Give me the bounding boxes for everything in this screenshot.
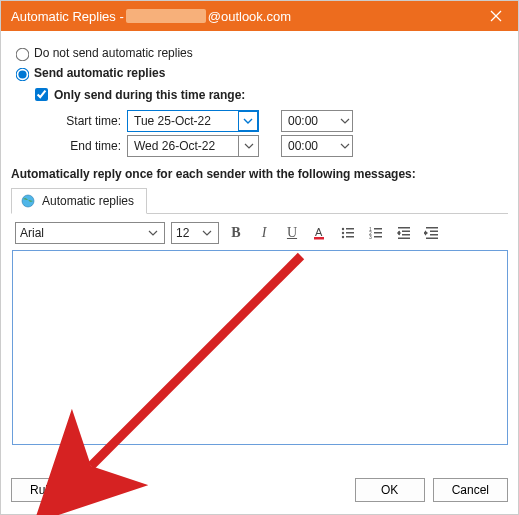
message-instruction-label: Automatically reply once for each sender… [11, 167, 508, 181]
svg-rect-17 [374, 236, 382, 238]
svg-rect-24 [430, 231, 438, 233]
radio-do-not-send[interactable]: Do not send automatic replies [11, 45, 508, 61]
svg-point-8 [342, 232, 344, 234]
chevron-down-icon [244, 141, 254, 151]
font-family-value: Arial [20, 226, 146, 240]
chevron-down-icon [202, 228, 212, 238]
svg-rect-20 [402, 234, 410, 236]
underline-button[interactable]: U [281, 222, 303, 244]
time-range-grid: Start time: Tue 25-Oct-22 00:00 End time… [41, 110, 508, 157]
checkbox-only-send-range-input[interactable] [35, 88, 48, 101]
message-editor[interactable] [12, 250, 508, 445]
bold-button[interactable]: B [225, 222, 247, 244]
rules-button[interactable]: Rules... [11, 478, 90, 502]
font-size-select[interactable]: 12 [171, 222, 219, 244]
svg-rect-15 [374, 232, 382, 234]
font-size-value: 12 [176, 226, 200, 240]
chevron-down-icon [340, 116, 350, 126]
title-prefix: Automatic Replies - [11, 9, 124, 24]
end-time-dropdown-button[interactable] [338, 136, 352, 156]
increase-indent-button[interactable] [421, 222, 443, 244]
end-time-value: 00:00 [282, 139, 338, 153]
decrease-indent-icon [396, 225, 412, 241]
decrease-indent-button[interactable] [393, 222, 415, 244]
chevron-down-icon [340, 141, 350, 151]
close-button[interactable] [473, 1, 518, 31]
font-family-dropdown-button[interactable] [146, 223, 160, 243]
end-date-dropdown-button[interactable] [238, 136, 258, 156]
radio-do-not-send-input[interactable] [16, 48, 30, 62]
cancel-button[interactable]: Cancel [433, 478, 508, 502]
svg-text:A: A [315, 226, 323, 238]
numbered-list-button[interactable]: 123 [365, 222, 387, 244]
svg-rect-11 [346, 236, 354, 238]
start-time-value: 00:00 [282, 114, 338, 128]
end-time-picker[interactable]: 00:00 [281, 135, 353, 157]
start-time-dropdown-button[interactable] [338, 111, 352, 131]
start-date-dropdown-button[interactable] [238, 111, 258, 131]
radio-do-not-send-label: Do not send automatic replies [34, 46, 193, 60]
italic-button[interactable]: I [253, 222, 275, 244]
tab-automatic-replies[interactable]: Automatic replies [11, 188, 147, 214]
checkbox-only-send-range-label: Only send during this time range: [54, 88, 245, 102]
svg-rect-13 [374, 228, 382, 230]
svg-rect-5 [314, 237, 324, 240]
font-color-button[interactable]: A [309, 222, 331, 244]
svg-marker-28 [425, 231, 428, 236]
automatic-replies-dialog: Automatic Replies - @outlook.com Do not … [0, 0, 519, 515]
font-color-icon: A [312, 225, 328, 241]
bottom-button-bar: Rules... OK Cancel [1, 468, 518, 514]
radio-send-input[interactable] [16, 68, 30, 82]
svg-rect-18 [398, 227, 410, 229]
svg-rect-7 [346, 228, 354, 230]
start-date-picker[interactable]: Tue 25-Oct-22 [127, 110, 259, 132]
svg-point-10 [342, 236, 344, 238]
svg-rect-19 [402, 231, 410, 233]
numbered-list-icon: 123 [368, 225, 384, 241]
chevron-down-icon [148, 228, 158, 238]
tab-label: Automatic replies [42, 194, 134, 208]
font-family-select[interactable]: Arial [15, 222, 165, 244]
radio-send-label: Send automatic replies [34, 66, 165, 80]
start-time-picker[interactable]: 00:00 [281, 110, 353, 132]
globe-icon [20, 193, 36, 209]
svg-rect-26 [426, 238, 438, 240]
font-size-dropdown-button[interactable] [200, 223, 214, 243]
svg-marker-22 [397, 231, 400, 236]
end-time-label: End time: [41, 139, 121, 153]
svg-rect-25 [430, 234, 438, 236]
start-time-label: Start time: [41, 114, 121, 128]
radio-send[interactable]: Send automatic replies [11, 65, 508, 81]
bullet-list-button[interactable] [337, 222, 359, 244]
ok-button[interactable]: OK [355, 478, 425, 502]
start-date-value: Tue 25-Oct-22 [128, 114, 238, 128]
title-suffix: @outlook.com [208, 9, 291, 24]
titlebar: Automatic Replies - @outlook.com [1, 1, 518, 31]
close-icon [490, 10, 502, 22]
checkbox-only-send-range[interactable]: Only send during this time range: [31, 85, 508, 104]
redacted-account [126, 9, 206, 23]
increase-indent-icon [424, 225, 440, 241]
chevron-down-icon [243, 116, 253, 126]
editor-toolbar: Arial 12 B I U A 123 [11, 214, 508, 250]
bullet-list-icon [340, 225, 356, 241]
svg-text:3: 3 [369, 234, 372, 240]
svg-rect-21 [398, 238, 410, 240]
end-date-value: Wed 26-Oct-22 [128, 139, 238, 153]
svg-rect-23 [426, 227, 438, 229]
svg-point-6 [342, 228, 344, 230]
svg-rect-9 [346, 232, 354, 234]
end-date-picker[interactable]: Wed 26-Oct-22 [127, 135, 259, 157]
tab-strip: Automatic replies [11, 187, 508, 214]
